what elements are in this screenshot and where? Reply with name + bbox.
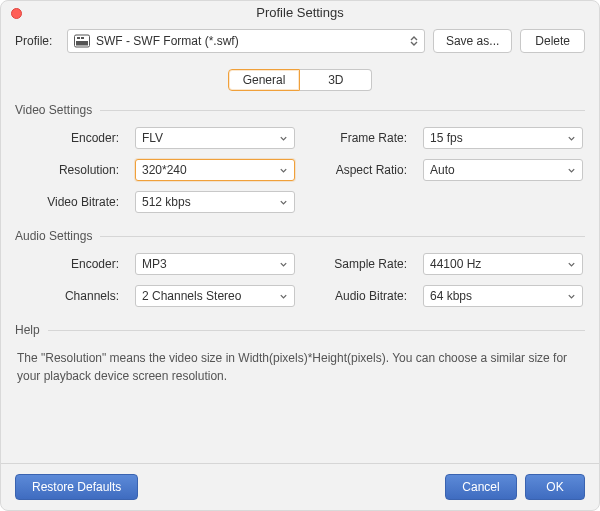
- video-settings-group: Video Settings Encoder: FLV Frame Rate: …: [15, 103, 585, 213]
- chevron-down-icon: [279, 166, 288, 175]
- help-text: The "Resolution" means the video size in…: [15, 347, 585, 385]
- svg-rect-3: [81, 37, 84, 39]
- titlebar: Profile Settings: [1, 1, 599, 25]
- profile-settings-window: Profile Settings Profile: SWF - SWF Form…: [0, 0, 600, 511]
- svg-rect-1: [76, 41, 88, 46]
- tab-3d[interactable]: 3D: [300, 69, 372, 91]
- divider: [100, 236, 585, 237]
- audio-encoder-label: Encoder:: [23, 257, 119, 271]
- video-settings-title: Video Settings: [15, 103, 100, 117]
- chevron-down-icon: [567, 134, 576, 143]
- resolution-select[interactable]: 320*240: [135, 159, 295, 181]
- tab-general[interactable]: General: [228, 69, 301, 91]
- audio-encoder-select[interactable]: MP3: [135, 253, 295, 275]
- chevron-down-icon: [567, 166, 576, 175]
- profile-row: Profile: SWF - SWF Format (*.swf) Save a…: [15, 29, 585, 53]
- help-group: Help The "Resolution" means the video si…: [15, 323, 585, 385]
- resolution-label: Resolution:: [23, 163, 119, 177]
- audio-settings-group: Audio Settings Encoder: MP3 Sample Rate:…: [15, 229, 585, 307]
- footer: Restore Defaults Cancel OK: [1, 463, 599, 510]
- profile-select[interactable]: SWF - SWF Format (*.swf): [67, 29, 425, 53]
- tab-group: General 3D: [228, 69, 373, 91]
- ok-button[interactable]: OK: [525, 474, 585, 500]
- aspect-ratio-label: Aspect Ratio:: [311, 163, 407, 177]
- profile-label: Profile:: [15, 34, 59, 48]
- frame-rate-label: Frame Rate:: [311, 131, 407, 145]
- svg-rect-2: [77, 37, 80, 39]
- swf-format-icon: [74, 34, 90, 48]
- channels-select[interactable]: 2 Channels Stereo: [135, 285, 295, 307]
- chevron-down-icon: [567, 292, 576, 301]
- restore-defaults-button[interactable]: Restore Defaults: [15, 474, 138, 500]
- window-title: Profile Settings: [256, 5, 343, 20]
- video-encoder-select[interactable]: FLV: [135, 127, 295, 149]
- video-bitrate-label: Video Bitrate:: [23, 195, 119, 209]
- close-icon[interactable]: [11, 8, 22, 19]
- profile-selected-value: SWF - SWF Format (*.swf): [96, 34, 410, 48]
- sample-rate-label: Sample Rate:: [311, 257, 407, 271]
- chevron-updown-icon: [410, 36, 418, 46]
- content-area: Profile: SWF - SWF Format (*.swf) Save a…: [1, 25, 599, 463]
- cancel-button[interactable]: Cancel: [445, 474, 517, 500]
- aspect-ratio-select[interactable]: Auto: [423, 159, 583, 181]
- video-bitrate-select[interactable]: 512 kbps: [135, 191, 295, 213]
- chevron-down-icon: [279, 134, 288, 143]
- chevron-down-icon: [279, 198, 288, 207]
- chevron-down-icon: [279, 260, 288, 269]
- delete-button[interactable]: Delete: [520, 29, 585, 53]
- audio-bitrate-select[interactable]: 64 kbps: [423, 285, 583, 307]
- frame-rate-select[interactable]: 15 fps: [423, 127, 583, 149]
- chevron-down-icon: [279, 292, 288, 301]
- audio-settings-title: Audio Settings: [15, 229, 100, 243]
- help-title: Help: [15, 323, 48, 337]
- divider: [48, 330, 585, 331]
- chevron-down-icon: [567, 260, 576, 269]
- save-as-button[interactable]: Save as...: [433, 29, 512, 53]
- channels-label: Channels:: [23, 289, 119, 303]
- video-encoder-label: Encoder:: [23, 131, 119, 145]
- tab-bar: General 3D: [15, 69, 585, 91]
- divider: [100, 110, 585, 111]
- sample-rate-select[interactable]: 44100 Hz: [423, 253, 583, 275]
- audio-bitrate-label: Audio Bitrate:: [311, 289, 407, 303]
